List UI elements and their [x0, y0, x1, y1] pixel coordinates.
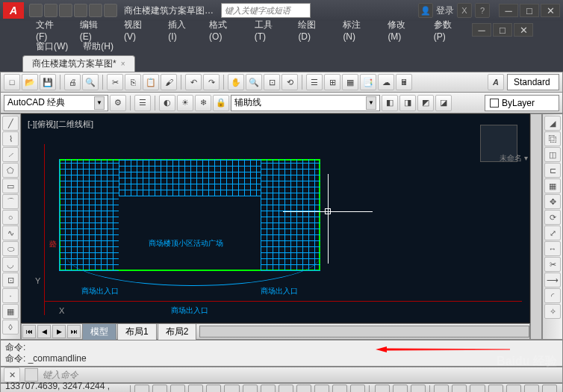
close-button[interactable]: ✕	[541, 4, 560, 17]
match-icon[interactable]: 🖌	[161, 74, 177, 90]
markup-icon[interactable]: ☁	[378, 74, 394, 90]
polyline-icon[interactable]: ⌇	[2, 131, 19, 146]
point-icon[interactable]: ·	[2, 288, 19, 303]
qat-redo-icon[interactable]	[89, 4, 102, 17]
lock-icon[interactable]: 🔒	[213, 95, 229, 111]
polygon-icon[interactable]: ⬠	[2, 163, 19, 178]
command-history[interactable]: 命令: 命令: _commandline	[0, 340, 563, 367]
zoom-icon[interactable]: 🔍	[246, 74, 262, 90]
bylayer-combo[interactable]: ByLayer	[485, 95, 559, 111]
offset-icon[interactable]: ⊏	[544, 163, 561, 178]
qat-new-icon[interactable]	[29, 4, 43, 17]
rectangle-icon[interactable]: ▭	[2, 178, 19, 193]
region-icon[interactable]: ◊	[2, 320, 19, 335]
view-label[interactable]: [-][俯视][二维线框]	[28, 119, 93, 130]
save-icon[interactable]: 💾	[40, 74, 56, 90]
drawing-canvas[interactable]: [-][俯视][二维线框] 未命名 ▾ 公路 商场楼顶小区活动广场 商场出入口 …	[21, 113, 530, 323]
design-center-icon[interactable]: ⊞	[324, 74, 340, 90]
layer-tool2-icon[interactable]: ◨	[399, 95, 416, 111]
3dosnap-icon[interactable]	[224, 385, 239, 392]
scale-icon[interactable]: ⤢	[544, 225, 561, 240]
doc-close-button[interactable]: ✕	[514, 23, 533, 37]
dyn-icon[interactable]	[279, 385, 293, 392]
qat-print-icon[interactable]	[104, 4, 117, 17]
qp-icon[interactable]	[332, 385, 347, 392]
tab-model[interactable]: 模型	[82, 323, 116, 340]
menu-tools[interactable]: 工具(T)	[249, 17, 290, 43]
help-icon[interactable]: ?	[475, 3, 490, 18]
zoom-prev-icon[interactable]: ⟲	[282, 74, 298, 90]
qview-icon[interactable]	[411, 385, 426, 392]
print-icon[interactable]: 🖨	[64, 74, 81, 90]
workspace-combo[interactable]: AutoCAD 经典 ▼	[4, 95, 108, 111]
command-input[interactable]: 键入命令	[43, 369, 559, 382]
stretch-icon[interactable]: ↔	[544, 241, 561, 256]
text-style-combo[interactable]: Standard	[507, 74, 559, 90]
new-icon[interactable]: □	[4, 74, 20, 90]
redo-icon[interactable]: ↷	[203, 74, 220, 90]
clean-screen-icon[interactable]	[542, 385, 557, 392]
menu-draw[interactable]: 绘图(D)	[292, 17, 334, 43]
qat-open-icon[interactable]	[44, 4, 57, 17]
layer-manager-icon[interactable]: ☰	[134, 95, 151, 111]
menu-view[interactable]: 视图(V)	[118, 17, 159, 43]
maximize-button[interactable]: □	[520, 4, 539, 17]
annotation-vis-icon[interactable]	[452, 385, 467, 392]
minimize-button[interactable]: ─	[499, 4, 518, 17]
workspace-gear-icon[interactable]: ⚙	[110, 95, 126, 111]
doc-minimize-button[interactable]: ─	[472, 23, 491, 37]
properties-icon[interactable]: ☰	[306, 74, 323, 90]
vertical-scrollbar[interactable]	[530, 113, 542, 340]
exchange-icon[interactable]: X	[457, 3, 472, 18]
isolate-icon[interactable]	[524, 385, 539, 392]
coordinates-label[interactable]: 133707.4639, 3247.4244 , 0.0000	[5, 381, 127, 392]
circle-icon[interactable]: ○	[2, 210, 19, 225]
menu-params[interactable]: 参数(P)	[428, 17, 469, 43]
layout-icon[interactable]	[393, 385, 408, 392]
ortho-icon[interactable]	[170, 385, 185, 392]
layer-state-icon[interactable]: ◐	[159, 95, 175, 111]
command-close-icon[interactable]: ✕	[4, 367, 20, 382]
tool-palette-icon[interactable]: ▦	[342, 74, 358, 90]
fillet-icon[interactable]: ◜	[544, 288, 561, 303]
model-space-icon[interactable]	[375, 385, 390, 392]
hardware-accel-icon[interactable]	[506, 385, 521, 392]
qat-undo-icon[interactable]	[74, 4, 87, 17]
menu-help[interactable]: 帮助(H)	[77, 39, 119, 55]
arc-icon[interactable]: ⌒	[2, 194, 19, 209]
preview-icon[interactable]: 🔍	[82, 74, 99, 90]
undo-icon[interactable]: ↶	[185, 74, 202, 90]
tab-last-icon[interactable]: ⏭	[67, 325, 81, 338]
sun-icon[interactable]: ☀	[177, 95, 193, 111]
text-style-icon[interactable]: A	[488, 74, 504, 90]
annotation-scale-icon[interactable]	[434, 385, 449, 392]
osnap-icon[interactable]	[206, 385, 221, 392]
explode-icon[interactable]: ✧	[544, 304, 561, 319]
search-input[interactable]	[221, 3, 311, 18]
tab-layout1[interactable]: 布局1	[117, 323, 157, 340]
horizontal-scrollbar[interactable]	[199, 326, 529, 337]
menu-insert[interactable]: 插入(I)	[162, 17, 200, 43]
lock-ui-icon[interactable]	[488, 385, 503, 392]
layer-tool4-icon[interactable]: ◪	[435, 95, 452, 111]
freeze-icon[interactable]: ❄	[195, 95, 211, 111]
grid-icon[interactable]	[152, 385, 167, 392]
calc-icon[interactable]: 🖩	[396, 74, 412, 90]
line-icon[interactable]: ╱	[2, 116, 19, 131]
layer-tool3-icon[interactable]: ◩	[417, 95, 434, 111]
tpy-icon[interactable]	[314, 385, 329, 392]
aux-layer-combo[interactable]: 辅助线 ▼	[231, 95, 380, 111]
chevron-down-icon[interactable]: ▼	[366, 96, 376, 110]
zoom-window-icon[interactable]: ⊡	[264, 74, 280, 90]
tab-prev-icon[interactable]: ◀	[37, 325, 51, 338]
snap-icon[interactable]	[134, 385, 149, 392]
cut-icon[interactable]: ✂	[107, 74, 123, 90]
tab-next-icon[interactable]: ▶	[52, 325, 66, 338]
menu-annotate[interactable]: 标注(N)	[337, 17, 379, 43]
copy-obj-icon[interactable]: ⿻	[544, 131, 561, 146]
menu-window[interactable]: 窗口(W)	[30, 39, 74, 55]
lwt-icon[interactable]	[296, 385, 311, 392]
copy-icon[interactable]: ⎘	[125, 74, 141, 90]
menu-format[interactable]: 格式(O)	[203, 17, 246, 43]
open-icon[interactable]: 📂	[22, 74, 38, 90]
